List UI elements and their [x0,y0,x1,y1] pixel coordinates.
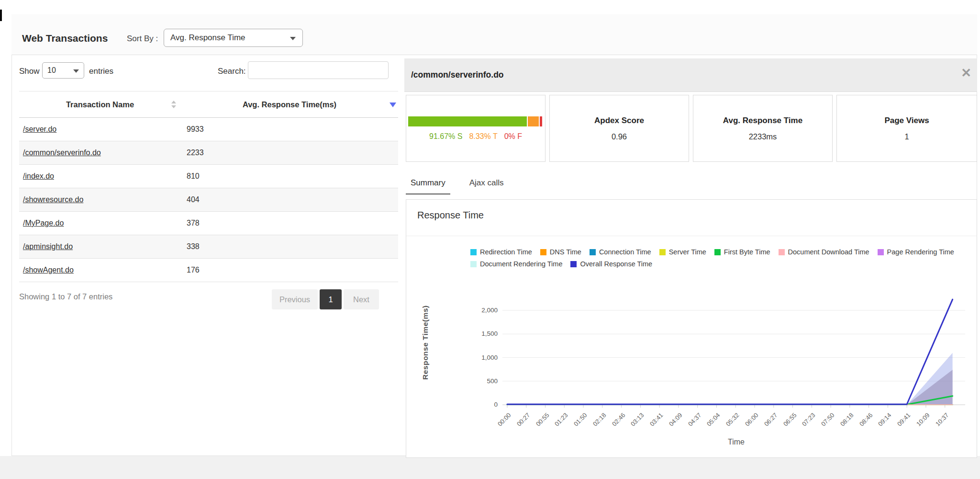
legend-swatch-icon [779,249,785,255]
y-tick-label: 500 [464,377,498,385]
legend-swatch-icon [470,249,477,255]
transaction-name-cell: /MyPage.do [19,219,181,228]
table-row: /apminsight.do338 [19,235,398,259]
divider [406,236,977,236]
card-value: 1 [904,132,909,141]
legend-label: Connection Time [599,248,651,256]
legend-label: Document Download Time [788,248,869,256]
legend-label: First Byte Time [724,248,770,256]
page-number-button[interactable]: 1 [320,289,342,309]
apdex-score-card: Apdex Score 0.96 [549,95,689,162]
legend-swatch-icon [878,249,884,255]
entries-label: entries [89,67,113,76]
transaction-name-cell: /showresource.do [19,195,181,204]
transaction-link[interactable]: /common/serverinfo.do [23,148,101,157]
legend-label: DNS Time [550,248,581,256]
legend-item[interactable]: Document Rendering Time [470,260,562,268]
transaction-link[interactable]: /apminsight.do [23,242,73,251]
avg-response-time-cell: 2233 [181,148,398,157]
table-row: /index.do810 [19,165,398,188]
apdex-bar [408,116,543,126]
table-row: /showresource.do404 [19,188,398,212]
card-value: 0.96 [612,132,627,141]
legend-item[interactable]: Redirection Time [470,248,532,256]
search-input[interactable] [248,61,389,79]
search-label: Search: [218,67,246,76]
table-row: /showAgent.do176 [19,259,398,282]
avg-response-time-cell: 810 [181,172,398,181]
legend-item[interactable]: DNS Time [540,248,581,256]
apdex-frustrated-segment [540,116,542,126]
transaction-link[interactable]: /server.do [23,125,56,133]
column-header-transaction-name[interactable]: Transaction Name [19,100,181,109]
pagination: Previous 1 Next [272,289,379,309]
page-size-select[interactable]: 10 [42,62,84,79]
sort-by-select[interactable]: Avg. Response Time [164,29,303,47]
transaction-name-cell: /apminsight.do [19,242,181,251]
column-header-avg-response-time[interactable]: Avg. Response Time(ms) [181,100,398,109]
y-tick-label: 1,500 [464,330,498,337]
legend-item[interactable]: Server Time [659,248,706,256]
table-body: /server.do9933/common/serverinfo.do2233/… [19,118,398,282]
transaction-link[interactable]: /MyPage.do [23,219,64,227]
legend-label: Document Rendering Time [480,260,562,268]
avg-response-time-card: Avg. Response Time 2233ms [693,95,833,162]
card-title: Avg. Response Time [723,116,802,125]
page-background-strip [0,456,980,479]
avg-response-time-cell: 9933 [181,125,398,134]
show-label: Show [19,67,40,76]
avg-response-time-cell: 176 [181,266,398,274]
transaction-name-cell: /showAgent.do [19,266,181,274]
avg-response-time-cell: 404 [181,195,398,204]
legend-item[interactable]: First Byte Time [714,248,770,256]
legend-swatch-icon [470,261,477,267]
sort-by-selected-value: Avg. Response Time [170,33,245,42]
legend-swatch-icon [590,249,596,255]
chart-legend: Redirection TimeDNS TimeConnection TimeS… [470,248,978,272]
detail-panel-header: /common/serverinfo.do ✕ [404,58,977,92]
screen-edge-artifact [0,10,2,21]
apdex-tolerating-segment [528,116,539,126]
sort-descending-icon[interactable] [390,103,396,107]
apdex-satisfied-label: 91.67% S [429,132,462,141]
card-value: 2233ms [749,132,777,141]
apdex-tolerating-label: 8.33% T [469,132,497,141]
transaction-link[interactable]: /index.do [23,172,54,180]
detail-transaction-title: /common/serverinfo.do [404,70,504,80]
tab-summary[interactable]: Summary [406,178,450,194]
previous-page-button[interactable]: Previous [272,289,318,309]
y-tick-label: 1,000 [464,354,498,361]
legend-label: Overall Response Time [580,260,652,268]
table-row: /server.do9933 [19,118,398,141]
card-title: Page Views [884,116,929,125]
close-icon[interactable]: ✕ [961,67,971,79]
legend-swatch-icon [570,261,577,267]
legend-label: Server Time [669,248,706,256]
legend-label: Page Rendering Time [887,248,954,256]
legend-item[interactable]: Document Download Time [779,248,869,256]
transaction-link[interactable]: /showAgent.do [23,266,74,274]
detail-tabs: Summary Ajax calls [406,178,523,194]
apdex-frustrated-label: 0% F [504,132,522,141]
legend-label: Redirection Time [480,248,532,256]
legend-item[interactable]: Page Rendering Time [878,248,954,256]
sort-by-label: Sort By : [127,34,158,44]
sort-neutral-icon[interactable] [171,101,176,108]
table-row: /MyPage.do378 [19,212,398,235]
page-size-value: 10 [47,66,56,74]
next-page-button[interactable]: Next [344,289,379,309]
response-time-plot [502,278,970,422]
legend-row: Document Rendering TimeOverall Response … [470,260,978,268]
legend-row: Redirection TimeDNS TimeConnection TimeS… [470,248,978,256]
transaction-link[interactable]: /showresource.do [23,195,83,204]
legend-item[interactable]: Overall Response Time [570,260,652,268]
table-info-text: Showing 1 to 7 of 7 entries [19,292,112,301]
avg-response-time-cell: 378 [181,219,398,228]
legend-item[interactable]: Connection Time [590,248,651,256]
apdex-distribution-card: 91.67% S 8.33% T 0% F [406,95,546,162]
chevron-down-icon [290,37,296,40]
page-title: Web Transactions [22,33,108,44]
y-axis-title: Response Time(ms) [421,271,430,414]
tab-ajax-calls[interactable]: Ajax calls [465,178,509,194]
avg-response-time-cell: 338 [181,242,398,251]
